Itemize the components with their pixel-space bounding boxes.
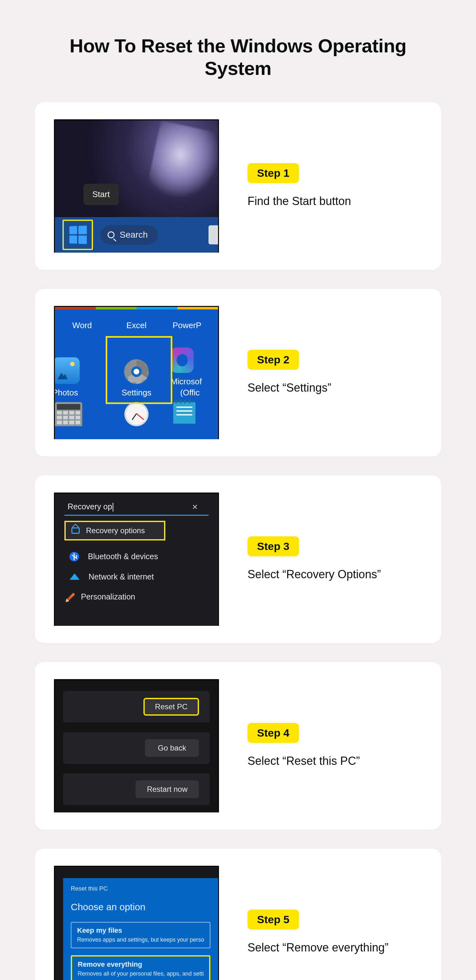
settings-nav-personalization[interactable]: Personalization (70, 592, 212, 602)
step-description: Select “Remove everything” (248, 940, 421, 955)
step-card-4: Reset PC Go back Restart now Step 4 Sele… (35, 662, 441, 830)
option-desc: Removes apps and settings, but keeps you… (77, 937, 204, 943)
step-badge: Step 4 (248, 723, 299, 743)
wifi-icon (70, 573, 80, 580)
settings-nav-bluetooth[interactable]: Bluetooth & devices (70, 552, 212, 562)
step-card-5: Reset this PC Choose an option Keep my f… (35, 849, 441, 980)
app-label-office-2: (Offic (180, 388, 200, 398)
app-label-photos: Photos (55, 388, 78, 398)
windows-start-icon[interactable] (69, 225, 87, 244)
search-result-label: Recovery options (86, 526, 145, 535)
option-keep-files[interactable]: Keep my files Removes apps and settings,… (71, 922, 210, 948)
choose-option-heading: Choose an option (71, 902, 210, 912)
option-desc: Removes all of your personal files, apps… (78, 970, 204, 977)
highlight-start-button (62, 220, 93, 250)
step-card-3: Recovery op × Recovery options Bluetooth… (35, 476, 441, 643)
notepad-icon[interactable] (173, 402, 196, 424)
step-card-2: Word Excel PowerP Photos Settings Micros… (35, 289, 441, 457)
step-description: Select “Recovery Options” (248, 567, 421, 582)
screenshot-step-1: Start Search (54, 119, 219, 253)
search-result-recovery[interactable]: Recovery options (64, 521, 166, 541)
screenshot-step-3: Recovery op × Recovery options Bluetooth… (54, 493, 219, 626)
recovery-icon (72, 527, 80, 534)
app-label-powerpoint[interactable]: PowerP (173, 321, 202, 330)
bluetooth-icon (70, 552, 79, 562)
photos-icon[interactable] (55, 357, 80, 384)
app-label-excel[interactable]: Excel (126, 321, 146, 330)
screenshot-step-2: Word Excel PowerP Photos Settings Micros… (54, 306, 219, 439)
calculator-icon[interactable] (55, 402, 82, 426)
taskbar-item-partial (209, 225, 219, 244)
option-title: Keep my files (77, 926, 204, 935)
step-description: Select “Settings” (248, 380, 421, 395)
step-badge: Step 5 (248, 910, 299, 929)
highlight-settings (106, 336, 172, 404)
search-icon (108, 231, 115, 238)
step-description: Find the Start button (248, 194, 421, 209)
start-tooltip: Start (83, 184, 119, 205)
restart-now-button[interactable]: Restart now (135, 780, 199, 798)
settings-search-field[interactable]: Recovery op × (64, 499, 209, 516)
step-badge: Step 2 (248, 350, 299, 370)
step-badge: Step 1 (248, 163, 299, 183)
go-back-button[interactable]: Go back (145, 739, 199, 757)
page-title: How To Reset the Windows Operating Syste… (64, 35, 412, 80)
app-label-word[interactable]: Word (72, 321, 92, 330)
taskbar: Search (55, 217, 218, 253)
step-badge: Step 3 (248, 536, 299, 556)
reset-pc-button[interactable]: Reset PC (143, 698, 199, 716)
option-remove-everything[interactable]: Remove everything Removes all of your pe… (71, 955, 210, 980)
option-title: Remove everything (78, 960, 204, 969)
step-description: Select “Reset this PC” (248, 754, 421, 768)
taskbar-search[interactable]: Search (100, 225, 158, 244)
screenshot-step-4: Reset PC Go back Restart now (54, 679, 219, 813)
settings-nav-network[interactable]: Network & internet (70, 572, 212, 581)
text-caret (113, 503, 113, 512)
search-label: Search (119, 230, 148, 240)
screenshot-step-5: Reset this PC Choose an option Keep my f… (54, 866, 219, 980)
office-icon[interactable] (171, 347, 194, 373)
search-query-text: Recovery op (68, 502, 112, 511)
step-card-1: Start Search Step 1 Find the Start butto… (35, 102, 441, 270)
clear-search-icon[interactable]: × (192, 501, 205, 512)
app-label-office-1: Microsof (171, 377, 202, 387)
clock-icon[interactable] (124, 402, 148, 426)
reset-breadcrumb: Reset this PC (71, 885, 210, 892)
